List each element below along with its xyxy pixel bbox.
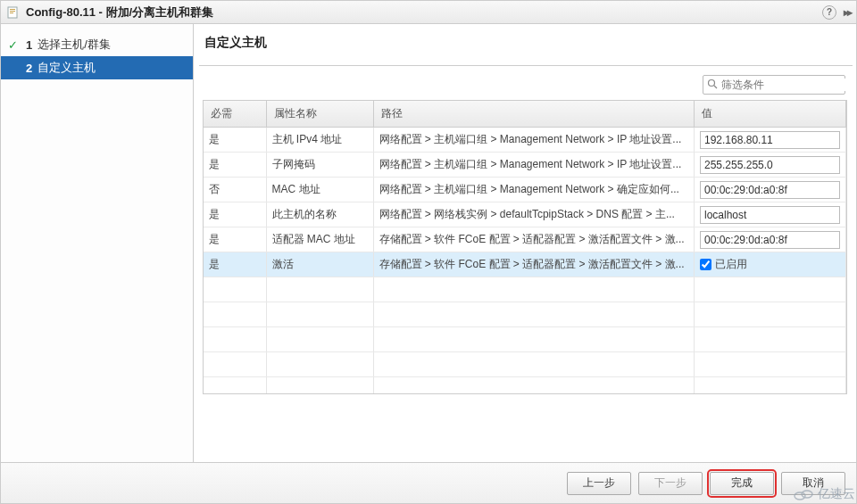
table-row-empty (204, 352, 846, 377)
config-doc-icon (6, 5, 21, 20)
table-row[interactable]: 是适配器 MAC 地址存储配置 > 软件 FCoE 配置 > 适配器配置 > 激… (204, 227, 846, 252)
cell-required: 否 (204, 178, 266, 202)
table-row[interactable]: 是主机 IPv4 地址网络配置 > 主机端口组 > Management Net… (204, 128, 846, 153)
cell-attribute: 适配器 MAC 地址 (266, 227, 373, 252)
cell-empty (373, 302, 695, 327)
cell-empty (266, 277, 373, 302)
cell-value (695, 202, 846, 227)
cell-empty (695, 352, 846, 377)
cell-attribute: 子网掩码 (266, 153, 373, 178)
cell-empty (204, 327, 266, 352)
cell-empty (204, 277, 266, 302)
cell-empty (204, 352, 266, 377)
cell-empty (695, 327, 846, 352)
titlebar: Config-80.11 - 附加/分离主机和群集 ? ▸▸ (1, 1, 856, 24)
cell-attribute: 激活 (266, 252, 373, 277)
host-settings-table: 必需 属性名称 路径 值 是主机 IPv4 地址网络配置 > 主机端口组 > M… (203, 100, 847, 394)
col-required[interactable]: 必需 (204, 101, 266, 128)
table-row-empty (204, 277, 846, 302)
dialog: Config-80.11 - 附加/分离主机和群集 ? ▸▸ ✓ 1 选择主机/… (0, 0, 857, 504)
cell-path: 网络配置 > 主机端口组 > Management Network > 确定应如… (373, 178, 695, 202)
back-button[interactable]: 上一步 (567, 472, 631, 495)
cell-required: 是 (204, 252, 266, 277)
cell-path: 网络配置 > 主机端口组 > Management Network > IP 地… (373, 128, 695, 153)
table-row-empty (204, 302, 846, 327)
step-label: 自定义主机 (37, 60, 96, 76)
svg-rect-3 (10, 12, 13, 13)
cell-empty (204, 302, 266, 327)
filter-box[interactable]: ▼ (703, 75, 845, 95)
cell-required: 是 (204, 153, 266, 178)
page-title: 自定义主机 (203, 29, 847, 65)
svg-line-5 (714, 86, 717, 88)
cell-empty (373, 277, 695, 302)
table-row-empty (204, 377, 846, 395)
cell-value (695, 178, 846, 202)
cell-value (695, 227, 846, 252)
cell-empty (373, 352, 695, 377)
table-row[interactable]: 是激活存储配置 > 软件 FCoE 配置 > 适配器配置 > 激活配置文件 > … (204, 252, 846, 277)
cell-empty (373, 377, 695, 395)
cell-empty (695, 377, 846, 395)
value-checkbox[interactable]: 已启用 (700, 257, 840, 272)
finish-button[interactable]: 完成 (710, 472, 774, 495)
wizard-step-2[interactable]: 2 自定义主机 (1, 56, 193, 79)
content-area: 自定义主机 ▼ 必需 属性名称 (194, 24, 856, 462)
cell-empty (373, 327, 695, 352)
next-button: 下一步 (638, 472, 703, 495)
cell-path: 存储配置 > 软件 FCoE 配置 > 适配器配置 > 激活配置文件 > 激..… (373, 227, 695, 252)
cell-required: 是 (204, 227, 266, 252)
table-row[interactable]: 是子网掩码网络配置 > 主机端口组 > Management Network >… (204, 153, 846, 178)
table-header-row: 必需 属性名称 路径 值 (204, 101, 846, 128)
value-input[interactable] (700, 231, 840, 249)
cell-empty (266, 377, 373, 395)
value-input[interactable] (700, 156, 840, 174)
table-row[interactable]: 否MAC 地址网络配置 > 主机端口组 > Management Network… (204, 178, 846, 202)
cell-attribute: 此主机的名称 (266, 202, 373, 227)
divider (199, 65, 853, 66)
cell-empty (204, 377, 266, 395)
cell-required: 是 (204, 202, 266, 227)
dialog-body: ✓ 1 选择主机/群集 2 自定义主机 自定义主机 ▼ (1, 24, 856, 462)
check-icon: ✓ (8, 38, 21, 52)
step-label: 选择主机/群集 (37, 37, 111, 53)
col-path[interactable]: 路径 (373, 101, 695, 128)
cell-attribute: 主机 IPv4 地址 (266, 128, 373, 153)
help-icon[interactable]: ? (822, 5, 836, 20)
step-number: 1 (26, 38, 32, 52)
cell-empty (266, 327, 373, 352)
value-input[interactable] (700, 131, 840, 149)
cell-empty (695, 277, 846, 302)
step-number: 2 (26, 62, 32, 75)
cell-required: 是 (204, 128, 266, 153)
col-attribute[interactable]: 属性名称 (266, 101, 373, 128)
filter-row: ▼ (203, 75, 847, 100)
wizard-sidebar: ✓ 1 选择主机/群集 2 自定义主机 (1, 24, 194, 462)
cell-attribute: MAC 地址 (266, 178, 373, 202)
table-row-empty (204, 327, 846, 352)
filter-input[interactable] (721, 78, 855, 91)
svg-rect-2 (10, 11, 15, 12)
value-input[interactable] (700, 181, 840, 199)
expand-collapse-icon[interactable]: ▸▸ (844, 6, 851, 19)
value-input[interactable] (700, 206, 840, 224)
search-icon (707, 78, 718, 92)
cell-path: 存储配置 > 软件 FCoE 配置 > 适配器配置 > 激活配置文件 > 激..… (373, 252, 695, 277)
cell-value (695, 153, 846, 178)
cell-path: 网络配置 > 网络栈实例 > defaultTcpipStack > DNS 配… (373, 202, 695, 227)
col-value[interactable]: 值 (695, 101, 846, 128)
svg-point-4 (709, 79, 715, 86)
cell-path: 网络配置 > 主机端口组 > Management Network > IP 地… (373, 153, 695, 178)
table-row[interactable]: 是此主机的名称网络配置 > 网络栈实例 > defaultTcpipStack … (204, 202, 846, 227)
cell-value: 已启用 (695, 252, 846, 277)
cancel-button[interactable]: 取消 (781, 472, 845, 495)
cell-value (695, 128, 846, 153)
wizard-step-1[interactable]: ✓ 1 选择主机/群集 (1, 33, 193, 56)
cell-empty (695, 302, 846, 327)
checkbox-label: 已启用 (715, 257, 747, 272)
cell-empty (266, 352, 373, 377)
cell-empty (266, 302, 373, 327)
svg-rect-1 (10, 9, 15, 10)
dialog-title: Config-80.11 - 附加/分离主机和群集 (26, 4, 213, 21)
enable-checkbox[interactable] (700, 259, 711, 270)
